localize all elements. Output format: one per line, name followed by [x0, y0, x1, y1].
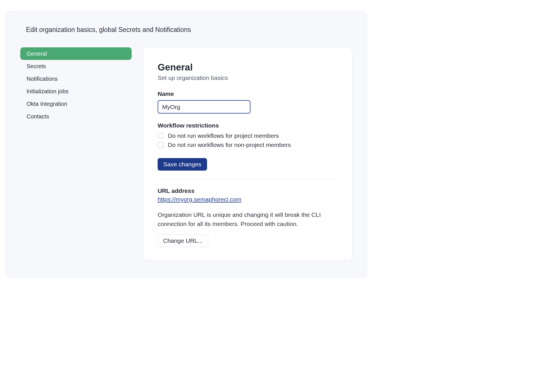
name-label: Name — [158, 90, 338, 97]
divider — [158, 179, 338, 179]
org-url-link[interactable]: https://myorg.semaphoreci.com — [158, 196, 241, 203]
sidebar-item-label: Initialization jobs — [27, 88, 69, 94]
sidebar-item-okta-integration[interactable]: Okta Integration — [20, 98, 132, 110]
url-change-warning: Organization URL is unique and changing … — [158, 210, 329, 228]
sidebar-item-label: Secrets — [27, 63, 46, 69]
sidebar-item-notifications[interactable]: Notifications — [20, 72, 132, 85]
org-name-input[interactable] — [158, 100, 250, 114]
page-title: Edit organization basics, global Secrets… — [20, 26, 352, 34]
general-settings-card: General Set up organization basics Name … — [143, 47, 352, 260]
sidebar-item-initialization-jobs[interactable]: Initialization jobs — [20, 85, 132, 98]
settings-sidebar: General Secrets Notifications Initializa… — [20, 47, 132, 123]
restriction-row: Do not run workflows for project members — [158, 132, 338, 139]
restriction-checkbox-non-project-members[interactable] — [158, 142, 163, 148]
restriction-row: Do not run workflows for non-project mem… — [158, 142, 338, 148]
sidebar-item-label: Notifications — [27, 76, 58, 82]
change-url-button[interactable]: Change URL... — [158, 235, 208, 247]
sidebar-item-label: Contacts — [27, 113, 49, 120]
save-changes-button[interactable]: Save changes — [158, 158, 207, 171]
general-subtitle: Set up organization basics — [158, 74, 338, 81]
sidebar-item-label: Okta Integration — [27, 101, 67, 107]
settings-panel: Edit organization basics, global Secrets… — [6, 11, 367, 278]
sidebar-item-label: General — [27, 50, 47, 57]
sidebar-item-secrets[interactable]: Secrets — [20, 60, 132, 72]
sidebar-item-general[interactable]: General — [20, 47, 132, 60]
sidebar-item-contacts[interactable]: Contacts — [20, 110, 132, 123]
general-heading: General — [158, 62, 338, 73]
workflow-restrictions-label: Workflow restrictions — [158, 122, 338, 129]
restriction-checkbox-project-members[interactable] — [158, 133, 163, 139]
url-address-label: URL address — [158, 187, 338, 194]
restriction-label[interactable]: Do not run workflows for project members — [168, 132, 279, 139]
restriction-label[interactable]: Do not run workflows for non-project mem… — [168, 142, 291, 148]
